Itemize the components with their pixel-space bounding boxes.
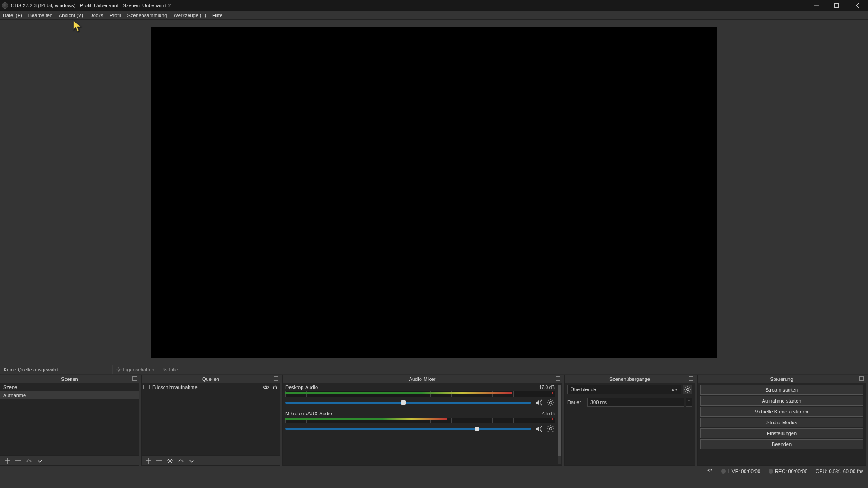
channel-name: Desktop-Audio [285, 385, 318, 390]
controls-body: Stream starten Aufnahme starten Virtuell… [698, 383, 866, 465]
chevron-up-icon[interactable]: ▲ [686, 398, 692, 402]
svg-rect-1 [835, 4, 839, 8]
cpu-fps-label: CPU: 0.5%, 60.00 fps [816, 469, 863, 474]
popout-icon[interactable] [132, 376, 137, 381]
duration-input[interactable]: 300 ms [587, 398, 684, 407]
svg-point-18 [687, 389, 689, 391]
menu-view[interactable]: Ansicht (V) [59, 13, 83, 18]
menu-tools[interactable]: Werkzeuge (T) [173, 13, 206, 18]
properties-button[interactable]: Eigenschaften [112, 365, 158, 374]
popout-icon[interactable] [556, 376, 560, 381]
menu-edit[interactable]: Bearbeiten [28, 13, 52, 18]
maximize-button[interactable] [826, 0, 846, 11]
rec-status-dot-icon [769, 469, 773, 474]
mixer-body: Desktop-Audio -17.0 dB Mikrofon-/AUX-Au [283, 383, 562, 465]
svg-point-4 [118, 369, 120, 371]
window-title: OBS 27.2.3 (64-bit, windows) - Profil: U… [11, 3, 171, 8]
minimize-button[interactable] [807, 0, 826, 11]
title-bar: OBS 27.2.3 (64-bit, windows) - Profil: U… [0, 0, 868, 11]
add-scene-button[interactable] [4, 458, 10, 464]
mute-button[interactable] [535, 399, 543, 407]
lock-icon[interactable] [272, 384, 278, 390]
svg-point-10 [265, 386, 267, 388]
source-toolbar: Keine Quelle ausgewählt Eigenschaften Fi… [0, 365, 868, 375]
level-meter [285, 391, 555, 397]
volume-slider[interactable] [285, 402, 531, 404]
live-status-dot-icon [721, 469, 726, 474]
svg-point-17 [550, 428, 552, 430]
scenes-header[interactable]: Szenen [0, 375, 139, 383]
channel-settings-button[interactable] [547, 399, 555, 407]
transition-mode-select[interactable]: Überblende ▲▼ [567, 385, 681, 394]
preview-area[interactable] [0, 20, 868, 365]
channel-name: Mikrofon-/AUX-Audio [285, 411, 332, 416]
move-scene-down-button[interactable] [37, 458, 43, 464]
sources-header[interactable]: Quellen [142, 375, 280, 383]
filter-icon [162, 367, 167, 372]
display-capture-icon [143, 385, 150, 389]
scenes-list[interactable]: Szene Aufnahme [0, 383, 139, 455]
mixer-channel: Desktop-Audio -17.0 dB [283, 383, 557, 409]
transition-settings-button[interactable] [683, 385, 692, 394]
studio-mode-button[interactable]: Studio-Modus [700, 418, 863, 427]
mixer-header[interactable]: Audio-Mixer [283, 375, 562, 383]
chevron-down-icon[interactable]: ▼ [686, 402, 692, 406]
source-settings-button[interactable] [167, 458, 173, 464]
mixer-scrollbar[interactable] [558, 385, 561, 464]
add-source-button[interactable] [145, 458, 151, 464]
svg-point-19 [709, 471, 710, 472]
channel-settings-button[interactable] [547, 425, 555, 433]
chevron-updown-icon: ▲▼ [671, 388, 678, 392]
move-source-up-button[interactable] [178, 458, 184, 464]
move-scene-up-button[interactable] [26, 458, 32, 464]
move-source-down-button[interactable] [189, 458, 195, 464]
no-source-label: Keine Quelle ausgewählt [0, 367, 62, 372]
sources-list[interactable]: Bildschirmaufnahme [142, 383, 280, 455]
popout-icon[interactable] [859, 376, 864, 381]
scene-item[interactable]: Aufnahme [0, 391, 139, 399]
channel-db: -17.0 dB [538, 385, 555, 390]
volume-slider[interactable] [285, 428, 531, 430]
network-indicator [707, 468, 713, 474]
menu-help[interactable]: Hilfe [212, 13, 222, 18]
scenes-footer [0, 455, 139, 465]
menu-bar: Datei (F) Bearbeiten Ansicht (V) Docks P… [0, 11, 868, 20]
remove-source-button[interactable] [156, 458, 162, 464]
transitions-header[interactable]: Szenenübergänge [565, 375, 695, 383]
svg-rect-11 [274, 387, 277, 389]
preview-canvas[interactable] [151, 27, 717, 358]
controls-header[interactable]: Steuerung [698, 375, 866, 383]
controls-dock: Steuerung Stream starten Aufnahme starte… [697, 375, 866, 466]
status-bar: LIVE: 00:00:00 REC: 00:00:00 CPU: 0.5%, … [0, 466, 868, 476]
start-stream-button[interactable]: Stream starten [700, 385, 863, 395]
filter-button[interactable]: Filter [158, 365, 183, 374]
source-item[interactable]: Bildschirmaufnahme [142, 383, 280, 391]
mixer-channel: Mikrofon-/AUX-Audio -2.5 dB [283, 409, 557, 436]
menu-docks[interactable]: Docks [90, 13, 104, 18]
scene-item[interactable]: Szene [0, 383, 139, 391]
exit-button[interactable]: Beenden [700, 439, 863, 449]
start-recording-button[interactable]: Aufnahme starten [700, 396, 863, 406]
settings-button[interactable]: Einstellungen [700, 428, 863, 438]
transitions-body: Überblende ▲▼ Dauer 300 ms ▲▼ [565, 383, 695, 465]
popout-icon[interactable] [689, 376, 693, 381]
svg-point-15 [169, 460, 171, 462]
close-button[interactable] [846, 0, 866, 11]
svg-point-16 [550, 402, 552, 404]
visibility-icon[interactable] [263, 384, 269, 390]
scenes-dock: Szenen Szene Aufnahme [0, 375, 139, 466]
sources-footer [142, 455, 280, 465]
remove-scene-button[interactable] [15, 458, 21, 464]
obs-logo-icon [2, 2, 8, 9]
popout-icon[interactable] [274, 376, 278, 381]
menu-scenecollection[interactable]: Szenensammlung [127, 13, 167, 18]
duration-stepper[interactable]: ▲▼ [686, 398, 692, 407]
start-virtual-camera-button[interactable]: Virtuelle Kamera starten [700, 407, 863, 417]
level-meter [285, 418, 555, 423]
source-label: Bildschirmaufnahme [152, 385, 260, 390]
menu-profile[interactable]: Profil [109, 13, 121, 18]
menu-file[interactable]: Datei (F) [3, 13, 22, 18]
sources-dock: Quellen Bildschirmaufnahme [141, 375, 280, 466]
docks-row: Szenen Szene Aufnahme Quellen Bildschirm… [0, 375, 868, 466]
mute-button[interactable] [535, 425, 543, 433]
